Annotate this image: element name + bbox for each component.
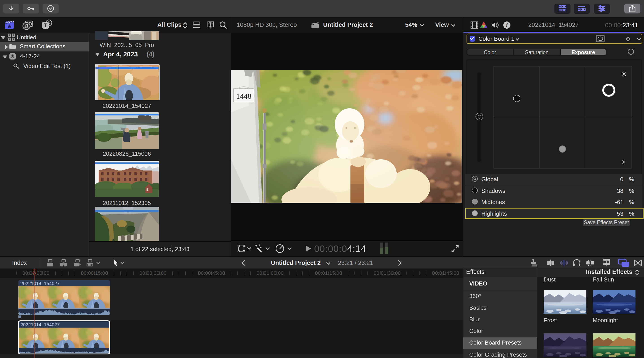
svg-text:1448: 1448 <box>236 92 252 100</box>
svg-text:i: i <box>506 22 508 28</box>
